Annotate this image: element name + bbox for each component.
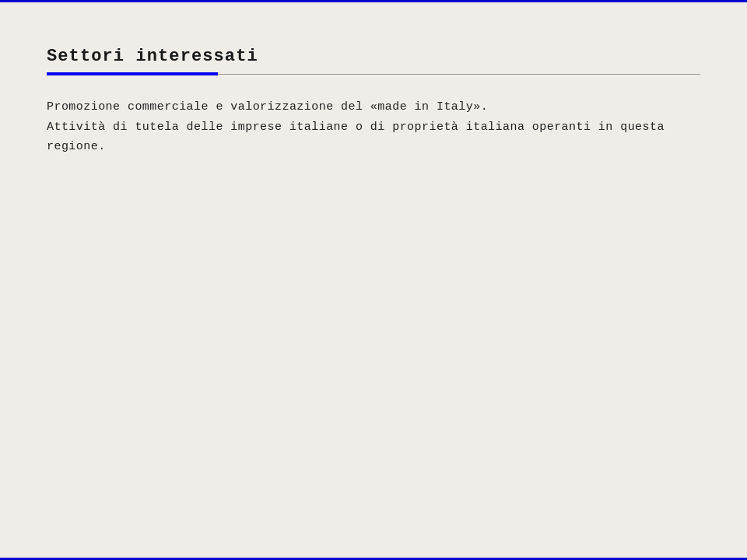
content-text: Promozione commerciale e valorizzazione … (47, 97, 700, 157)
page-title: Settori interessati (47, 47, 258, 66)
title-underline-gray (218, 74, 700, 75)
paragraph-2: Attività di tutela delle imprese italian… (47, 117, 700, 157)
section-header: Settori interessati (47, 47, 700, 75)
page-container: Settori interessati Promozione commercia… (0, 0, 747, 560)
top-border (0, 0, 747, 2)
title-underline-container (47, 72, 700, 75)
paragraph-1: Promozione commerciale e valorizzazione … (47, 97, 700, 117)
title-underline-blue (47, 72, 218, 75)
